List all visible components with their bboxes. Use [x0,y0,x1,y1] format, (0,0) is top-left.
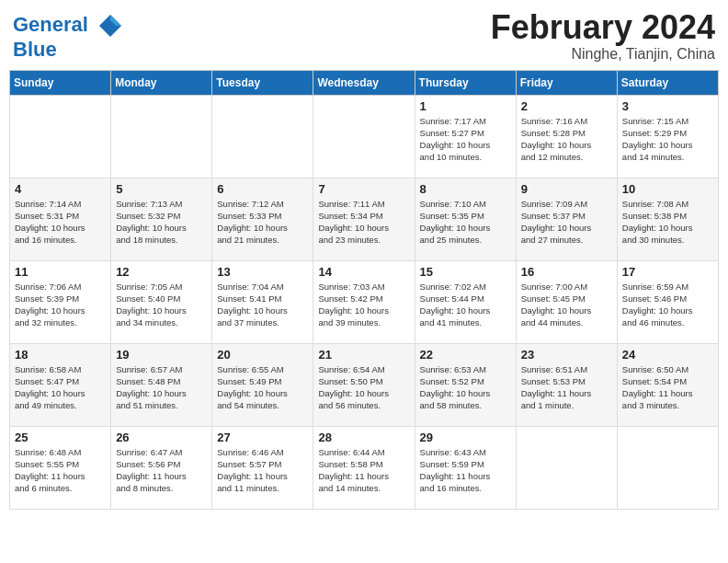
logo: General Blue [13,13,123,61]
day-number: 23 [521,348,612,362]
day-number: 21 [318,348,409,362]
day-info: Sunrise: 6:47 AM Sunset: 5:56 PM Dayligh… [116,446,207,495]
calendar-table: SundayMondayTuesdayWednesdayThursdayFrid… [9,70,719,510]
day-number: 2 [521,99,612,113]
day-number: 26 [116,431,207,444]
logo-general: General [13,13,88,36]
title-block: February 2024 Ninghe, Tianjin, China [491,9,715,63]
day-number: 25 [15,431,106,444]
calendar-cell: 17Sunrise: 6:59 AM Sunset: 5:46 PM Dayli… [617,260,718,343]
calendar-week-2: 11Sunrise: 7:06 AM Sunset: 5:39 PM Dayli… [10,260,719,343]
calendar-week-0: 1Sunrise: 7:17 AM Sunset: 5:27 PM Daylig… [10,95,719,178]
day-number: 14 [318,265,409,279]
logo-blue: Blue [13,38,57,61]
weekday-header-monday: Monday [111,70,212,95]
calendar-cell: 7Sunrise: 7:11 AM Sunset: 5:34 PM Daylig… [313,178,415,260]
calendar-cell: 2Sunrise: 7:16 AM Sunset: 5:28 PM Daylig… [516,95,617,178]
day-info: Sunrise: 6:54 AM Sunset: 5:50 PM Dayligh… [318,363,409,412]
weekday-header-sunday: Sunday [10,70,111,95]
month-title: February 2024 [491,9,715,46]
calendar-cell [516,426,617,509]
day-info: Sunrise: 7:15 AM Sunset: 5:29 PM Dayligh… [622,115,713,164]
calendar-cell: 22Sunrise: 6:53 AM Sunset: 5:52 PM Dayli… [415,343,516,426]
day-number: 13 [217,265,308,279]
calendar-cell: 28Sunrise: 6:44 AM Sunset: 5:58 PM Dayli… [313,426,415,509]
page-header: General Blue February 2024 Ninghe, Tianj… [9,9,719,63]
day-number: 27 [217,431,308,444]
day-number: 12 [116,265,207,279]
day-number: 24 [622,348,713,362]
day-info: Sunrise: 7:17 AM Sunset: 5:27 PM Dayligh… [420,115,511,164]
day-number: 1 [420,99,511,113]
calendar-cell [212,95,313,178]
day-info: Sunrise: 7:04 AM Sunset: 5:41 PM Dayligh… [217,281,308,329]
day-info: Sunrise: 6:55 AM Sunset: 5:49 PM Dayligh… [217,363,308,412]
calendar-cell: 13Sunrise: 7:04 AM Sunset: 5:41 PM Dayli… [212,260,313,343]
day-info: Sunrise: 7:11 AM Sunset: 5:34 PM Dayligh… [318,198,409,247]
calendar-cell: 27Sunrise: 6:46 AM Sunset: 5:57 PM Dayli… [212,426,313,509]
calendar-cell: 11Sunrise: 7:06 AM Sunset: 5:39 PM Dayli… [10,260,111,343]
day-number: 5 [116,182,207,196]
calendar-cell [313,95,415,178]
calendar-cell: 15Sunrise: 7:02 AM Sunset: 5:44 PM Dayli… [415,260,516,343]
day-info: Sunrise: 7:13 AM Sunset: 5:32 PM Dayligh… [116,198,207,247]
day-number: 28 [318,431,409,444]
day-info: Sunrise: 6:53 AM Sunset: 5:52 PM Dayligh… [420,363,511,412]
day-info: Sunrise: 7:02 AM Sunset: 5:44 PM Dayligh… [420,281,511,329]
day-info: Sunrise: 6:44 AM Sunset: 5:58 PM Dayligh… [318,446,409,495]
day-info: Sunrise: 7:10 AM Sunset: 5:35 PM Dayligh… [420,198,511,247]
day-info: Sunrise: 7:16 AM Sunset: 5:28 PM Dayligh… [521,115,612,164]
day-number: 16 [521,265,612,279]
day-number: 3 [622,99,713,113]
calendar-cell: 16Sunrise: 7:00 AM Sunset: 5:45 PM Dayli… [516,260,617,343]
calendar-cell: 19Sunrise: 6:57 AM Sunset: 5:48 PM Dayli… [111,343,212,426]
calendar-cell [617,426,718,509]
day-number: 22 [420,348,511,362]
day-info: Sunrise: 7:03 AM Sunset: 5:42 PM Dayligh… [318,281,409,329]
calendar-week-4: 25Sunrise: 6:48 AM Sunset: 5:55 PM Dayli… [10,426,719,509]
day-number: 20 [217,348,308,362]
weekday-header-thursday: Thursday [415,70,516,95]
calendar-cell: 21Sunrise: 6:54 AM Sunset: 5:50 PM Dayli… [313,343,415,426]
day-info: Sunrise: 7:12 AM Sunset: 5:33 PM Dayligh… [217,198,308,247]
calendar-cell: 9Sunrise: 7:09 AM Sunset: 5:37 PM Daylig… [516,178,617,260]
day-info: Sunrise: 6:59 AM Sunset: 5:46 PM Dayligh… [622,281,713,329]
day-number: 29 [420,431,511,444]
calendar-cell: 8Sunrise: 7:10 AM Sunset: 5:35 PM Daylig… [415,178,516,260]
day-info: Sunrise: 7:05 AM Sunset: 5:40 PM Dayligh… [116,281,207,329]
day-number: 18 [15,348,106,362]
calendar-cell: 14Sunrise: 7:03 AM Sunset: 5:42 PM Dayli… [313,260,415,343]
day-number: 7 [318,182,409,196]
day-number: 6 [217,182,308,196]
calendar-week-3: 18Sunrise: 6:58 AM Sunset: 5:47 PM Dayli… [10,343,719,426]
day-info: Sunrise: 6:48 AM Sunset: 5:55 PM Dayligh… [15,446,106,495]
calendar-cell [10,95,111,178]
day-info: Sunrise: 7:08 AM Sunset: 5:38 PM Dayligh… [622,198,713,247]
weekday-header-wednesday: Wednesday [313,70,415,95]
weekday-header-friday: Friday [516,70,617,95]
calendar-cell: 10Sunrise: 7:08 AM Sunset: 5:38 PM Dayli… [617,178,718,260]
calendar-cell [111,95,212,178]
calendar-cell: 23Sunrise: 6:51 AM Sunset: 5:53 PM Dayli… [516,343,617,426]
calendar-cell: 18Sunrise: 6:58 AM Sunset: 5:47 PM Dayli… [10,343,111,426]
day-info: Sunrise: 7:06 AM Sunset: 5:39 PM Dayligh… [15,281,106,329]
day-info: Sunrise: 6:57 AM Sunset: 5:48 PM Dayligh… [116,363,207,412]
day-info: Sunrise: 6:50 AM Sunset: 5:54 PM Dayligh… [622,363,713,412]
day-number: 9 [521,182,612,196]
day-number: 15 [420,265,511,279]
day-info: Sunrise: 7:14 AM Sunset: 5:31 PM Dayligh… [15,198,106,247]
day-number: 8 [420,182,511,196]
calendar-week-1: 4Sunrise: 7:14 AM Sunset: 5:31 PM Daylig… [10,178,719,260]
day-number: 11 [15,265,106,279]
logo-icon [97,13,123,39]
day-info: Sunrise: 6:58 AM Sunset: 5:47 PM Dayligh… [15,363,106,412]
day-info: Sunrise: 7:09 AM Sunset: 5:37 PM Dayligh… [521,198,612,247]
day-number: 19 [116,348,207,362]
day-number: 10 [622,182,713,196]
calendar-cell: 25Sunrise: 6:48 AM Sunset: 5:55 PM Dayli… [10,426,111,509]
day-number: 4 [15,182,106,196]
day-number: 17 [622,265,713,279]
day-info: Sunrise: 7:00 AM Sunset: 5:45 PM Dayligh… [521,281,612,329]
calendar-cell: 26Sunrise: 6:47 AM Sunset: 5:56 PM Dayli… [111,426,212,509]
calendar-cell: 4Sunrise: 7:14 AM Sunset: 5:31 PM Daylig… [10,178,111,260]
